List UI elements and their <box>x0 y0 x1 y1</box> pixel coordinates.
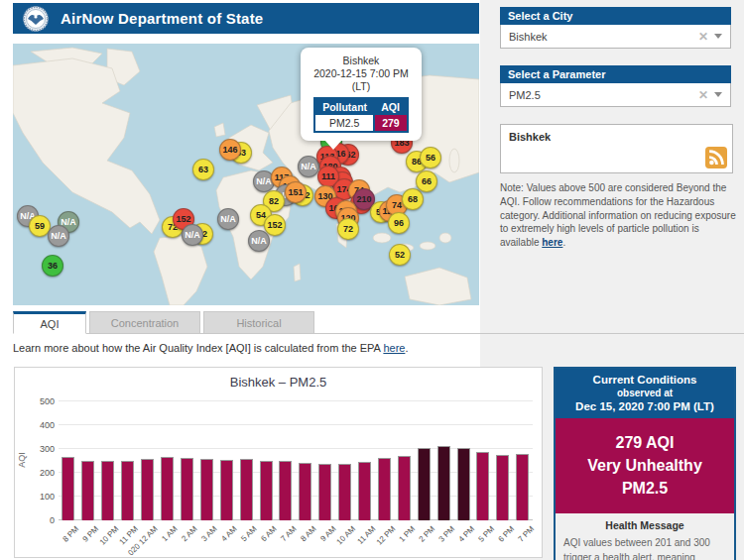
parameter-clear-icon[interactable]: ✕ <box>692 88 714 102</box>
x-tick-label: 3 PM <box>434 522 454 558</box>
chart-plot-area: 0100200300400500 <box>59 401 533 520</box>
x-tick-label: 12 PM <box>375 522 395 558</box>
city-caret-icon[interactable] <box>714 34 722 39</box>
aqi-bar[interactable] <box>418 448 431 520</box>
popup-table: Pollutant AQI PM2.5 279 <box>313 97 409 133</box>
x-tick-label: 1 AM <box>158 522 178 558</box>
learn-more-suffix: . <box>405 342 408 354</box>
app-header: AirNow Department of State <box>13 3 479 34</box>
aqi-map-marker[interactable]: N/A <box>248 230 270 252</box>
aqi-map-marker[interactable]: 66 <box>416 170 437 192</box>
x-tick-label-text: 12 PM <box>374 524 397 547</box>
learn-more-here-link[interactable]: here <box>383 342 405 354</box>
city-clear-icon[interactable]: ✕ <box>692 30 714 44</box>
aqi-bar[interactable] <box>318 464 331 520</box>
tab-concentration[interactable]: Concentration <box>89 311 200 334</box>
note-suffix: . <box>562 237 565 248</box>
city-select[interactable]: Bishkek ✕ <box>500 25 731 49</box>
aqi-map-marker[interactable]: 63 <box>192 159 214 180</box>
parameter-select-header: Select a Parameter <box>500 65 731 83</box>
x-tick-label: 11 AM <box>355 522 375 558</box>
x-tick-label: 8 AM <box>296 522 315 558</box>
parameter-select[interactable]: PM2.5 ✕ <box>500 83 731 107</box>
current-conditions-datetime: Dec 15, 2020 7:00 PM (LT) <box>559 400 730 412</box>
aqi-map-marker[interactable]: 152 <box>264 214 286 236</box>
aqi-bar[interactable] <box>181 458 193 520</box>
current-conditions-panel: Current Conditions observed at Dec 15, 2… <box>554 367 736 560</box>
x-tick-label: 5 AM <box>236 522 256 558</box>
airnow-page: AirNow Department of State <box>0 0 744 560</box>
aqi-map-marker[interactable]: 52 <box>389 244 411 266</box>
aqi-bar[interactable] <box>398 456 411 520</box>
x-tick-label-text: 10 PM <box>97 524 120 547</box>
city-select-value: Bishkek <box>501 31 692 43</box>
popup-col-pollutant: Pollutant <box>314 98 374 115</box>
department-of-state-seal-icon <box>23 6 49 32</box>
x-tick-label: 7 PM <box>513 522 533 558</box>
aqi-bar[interactable] <box>378 458 391 520</box>
aqi-map-marker[interactable]: 36 <box>42 255 63 277</box>
current-conditions-title: Current Conditions <box>559 374 730 386</box>
current-aqi-block: 279 AQI Very Unhealthy PM2.5 <box>556 418 734 513</box>
aqi-map-marker[interactable]: 56 <box>420 147 441 168</box>
current-conditions-header: Current Conditions observed at Dec 15, 2… <box>556 369 734 418</box>
health-message-block: Health Message AQI values between 201 an… <box>556 513 734 560</box>
world-map[interactable]: N/A59N/AN/A3663531467215242N/AN/AN/A1171… <box>13 44 479 305</box>
x-tick-label: 5 PM <box>473 522 493 558</box>
city-select-header: Select a City <box>500 7 731 25</box>
y-tick-label: 100 <box>29 492 55 502</box>
tab-bar: AQI Concentration Historical <box>13 311 314 334</box>
chart-x-axis-labels: 8 PM9 PM10 PM11 PM020 12 AM1 AM2 AM3 AM4… <box>59 522 533 558</box>
x-tick-label: 2 PM <box>415 522 434 558</box>
parameter-caret-icon[interactable] <box>714 92 722 97</box>
aqi-bar[interactable] <box>496 455 509 520</box>
aqi-bar[interactable] <box>279 461 292 520</box>
health-message-title: Health Message <box>563 519 726 531</box>
x-tick-label: 10 AM <box>335 522 355 558</box>
popup-aqi-value: 279 <box>374 115 408 132</box>
note-here-link[interactable]: here <box>542 237 562 248</box>
aqi-bar[interactable] <box>62 457 74 520</box>
aqi-bar[interactable] <box>260 461 273 520</box>
aqi-map-marker[interactable]: N/A <box>48 225 69 247</box>
learn-more-text: Learn more about how the Air Quality Ind… <box>13 342 408 354</box>
aqi-bar[interactable] <box>101 461 114 520</box>
aqi-bar[interactable] <box>240 459 253 520</box>
current-aqi-pollutant: PM2.5 <box>559 477 730 500</box>
aqi-bar[interactable] <box>161 457 174 520</box>
aqi-bar[interactable] <box>476 452 489 520</box>
aqi-map-marker[interactable]: N/A <box>182 224 203 246</box>
aqi-bar[interactable] <box>141 459 154 520</box>
popup-pollutant-value: PM2.5 <box>314 115 374 132</box>
aqi-bar[interactable] <box>200 459 213 520</box>
tab-historical[interactable]: Historical <box>203 311 314 334</box>
y-tick-label: 400 <box>29 420 55 430</box>
y-tick-label: 0 <box>29 515 55 525</box>
y-tick-label: 300 <box>29 444 55 454</box>
x-tick-label: 9 PM <box>78 522 98 558</box>
current-aqi-value: 279 AQI <box>559 431 730 454</box>
aqi-map-marker[interactable]: 68 <box>402 188 424 210</box>
aqi-bar[interactable] <box>220 460 233 520</box>
popup-city: Bishkek <box>305 55 418 67</box>
aqi-bar[interactable] <box>358 462 371 520</box>
aqi-map-marker[interactable]: 146 <box>219 139 241 161</box>
aqi-map-marker[interactable]: N/A <box>217 208 239 230</box>
rss-feed-icon[interactable] <box>705 147 727 168</box>
x-tick-label: 020 12 AM <box>138 522 158 558</box>
aqi-bar[interactable] <box>338 464 351 520</box>
aqi-map-marker[interactable]: 72 <box>337 218 359 240</box>
aqi-bar[interactable] <box>457 448 470 520</box>
feed-box: Bishkek <box>500 124 733 173</box>
aqi-bar[interactable] <box>437 446 450 520</box>
aqi-map-marker[interactable]: 96 <box>388 212 410 234</box>
aqi-map-marker[interactable]: 151 <box>285 181 307 203</box>
tab-aqi[interactable]: AQI <box>13 311 86 334</box>
aqi-bar[interactable] <box>299 463 311 520</box>
aqi-bar[interactable] <box>516 454 529 520</box>
aqi-bar[interactable] <box>121 461 134 520</box>
chart-bars <box>59 401 533 520</box>
learn-more-body: Learn more about how the Air Quality Ind… <box>13 342 383 354</box>
health-message-text: AQI values between 201 and 300 trigger a… <box>563 535 726 560</box>
aqi-bar[interactable] <box>81 461 94 520</box>
